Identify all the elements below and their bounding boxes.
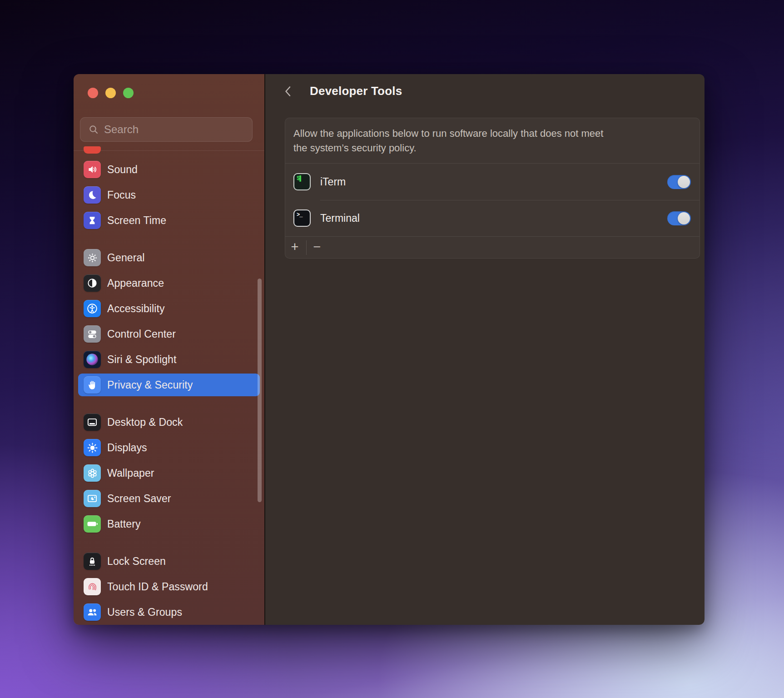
terminal-prompt-glyph: $▌ [297, 175, 302, 182]
sidebar-item-screen-saver[interactable]: Screen Saver [78, 487, 260, 510]
sidebar-item-users-groups[interactable]: Users & Groups [78, 601, 260, 623]
terminal-toggle[interactable] [667, 211, 691, 225]
toggle-knob [678, 212, 690, 224]
sidebar-group: Lock ScreenTouch ID & PasswordUsers & Gr… [78, 550, 260, 623]
sidebar-item-displays[interactable]: Displays [78, 436, 260, 459]
wallpaper-icon [84, 464, 101, 482]
screen-time-icon [84, 212, 101, 229]
lock-screen-icon [84, 553, 101, 570]
search-field[interactable] [80, 117, 253, 142]
privacy-icon [84, 376, 101, 394]
description-line-2: the system’s security policy. [293, 141, 691, 155]
sidebar-header-divider [74, 150, 264, 151]
appearance-icon [84, 274, 101, 292]
touch-id-icon [84, 578, 101, 595]
displays-icon [84, 439, 101, 456]
sidebar-item-label: Wallpaper [107, 467, 154, 479]
search-icon [89, 125, 99, 135]
developer-tools-panel: Developer Tools Allow the applications b… [265, 74, 705, 625]
sidebar-item-label: Displays [107, 442, 147, 454]
sidebar-item-label: Desktop & Dock [107, 416, 183, 429]
description-line-1: Allow the applications below to run soft… [293, 126, 691, 141]
accessibility-icon [84, 300, 101, 317]
sidebar-item-label: Users & Groups [107, 606, 182, 618]
list-footer: + − [285, 236, 700, 258]
sidebar-item-desktop-dock[interactable]: Desktop & Dock [78, 411, 260, 434]
sidebar: SoundFocusScreen TimeGeneralAppearanceAc… [74, 74, 264, 625]
sidebar-item-accessibility[interactable]: Accessibility [78, 297, 260, 320]
sidebar-item-lock-screen[interactable]: Lock Screen [78, 550, 260, 573]
sidebar-item-label: Accessibility [107, 303, 165, 315]
sidebar-item-wallpaper[interactable]: Wallpaper [78, 462, 260, 484]
sidebar-item-label: Siri & Spotlight [107, 354, 176, 366]
sidebar-item-touch-id-password[interactable]: Touch ID & Password [78, 575, 260, 598]
sidebar-group: SoundFocusScreen Time [78, 158, 260, 232]
search-input[interactable] [103, 123, 247, 136]
sidebar-item-label: Privacy & Security [107, 379, 193, 391]
siri-icon [84, 351, 101, 368]
sidebar-group: Desktop & DockDisplaysWallpaperScreen Sa… [78, 411, 260, 535]
battery-icon [84, 515, 101, 533]
system-settings-window: SoundFocusScreen TimeGeneralAppearanceAc… [74, 74, 705, 625]
sidebar-item-label: Touch ID & Password [107, 581, 208, 593]
terminal-icon: >_ [293, 209, 311, 227]
sidebar-item-battery[interactable]: Battery [78, 513, 260, 535]
zoom-button[interactable] [123, 88, 134, 98]
sidebar-item-screen-time[interactable]: Screen Time [78, 209, 260, 232]
remove-app-button[interactable]: − [312, 240, 322, 255]
terminal-prompt-glyph: >_ [297, 212, 302, 218]
control-center-icon [84, 325, 101, 343]
sidebar-group: GeneralAppearanceAccessibilityControl Ce… [78, 246, 260, 396]
add-app-button[interactable]: + [290, 240, 300, 255]
sidebar-item-focus[interactable]: Focus [78, 184, 260, 206]
sidebar-item-appearance[interactable]: Appearance [78, 272, 260, 294]
sound-icon [84, 161, 101, 178]
desktop-dock-icon [84, 414, 101, 431]
toggle-knob [678, 176, 690, 188]
sidebar-scrollbar[interactable] [258, 279, 262, 502]
sidebar-item-label: Control Center [107, 328, 176, 340]
screen-saver-icon [84, 490, 101, 507]
sidebar-item-label: Battery [107, 518, 141, 530]
developer-tools-group: Allow the applications below to run soft… [285, 118, 700, 259]
sidebar-item-siri-spotlight[interactable]: Siri & Spotlight [78, 348, 260, 371]
users-groups-icon [84, 603, 101, 621]
sidebar-item-label: Focus [107, 189, 136, 201]
back-button[interactable] [283, 85, 293, 97]
page-title: Developer Tools [310, 84, 402, 98]
close-button[interactable] [88, 88, 98, 98]
app-row-iterm: $▌iTerm [285, 163, 700, 200]
sidebar-item-label: Screen Time [107, 214, 166, 227]
minimize-button[interactable] [105, 88, 116, 98]
description: Allow the applications below to run soft… [285, 118, 700, 163]
sidebar-item-label: Appearance [107, 277, 164, 289]
footer-divider [306, 240, 307, 255]
sidebar-item-label: Screen Saver [107, 493, 171, 505]
focus-icon [84, 186, 101, 204]
sidebar-item-privacy-security[interactable]: Privacy & Security [78, 374, 260, 396]
app-name: Terminal [320, 212, 360, 224]
sidebar-item-control-center[interactable]: Control Center [78, 323, 260, 345]
sidebar-items: SoundFocusScreen TimeGeneralAppearanceAc… [78, 158, 260, 625]
sidebar-item-label: Lock Screen [107, 555, 166, 568]
iterm-icon: $▌ [293, 173, 311, 190]
window-controls [88, 88, 134, 98]
iterm-toggle[interactable] [667, 175, 691, 189]
general-icon [84, 249, 101, 266]
app-row-terminal: >_Terminal [285, 200, 700, 236]
sidebar-item-sound[interactable]: Sound [78, 158, 260, 181]
sidebar-item-label: General [107, 252, 145, 264]
sidebar-item-general[interactable]: General [78, 246, 260, 269]
app-name: iTerm [320, 176, 346, 188]
notifications-icon [84, 146, 101, 154]
sidebar-item-label: Sound [107, 164, 138, 176]
